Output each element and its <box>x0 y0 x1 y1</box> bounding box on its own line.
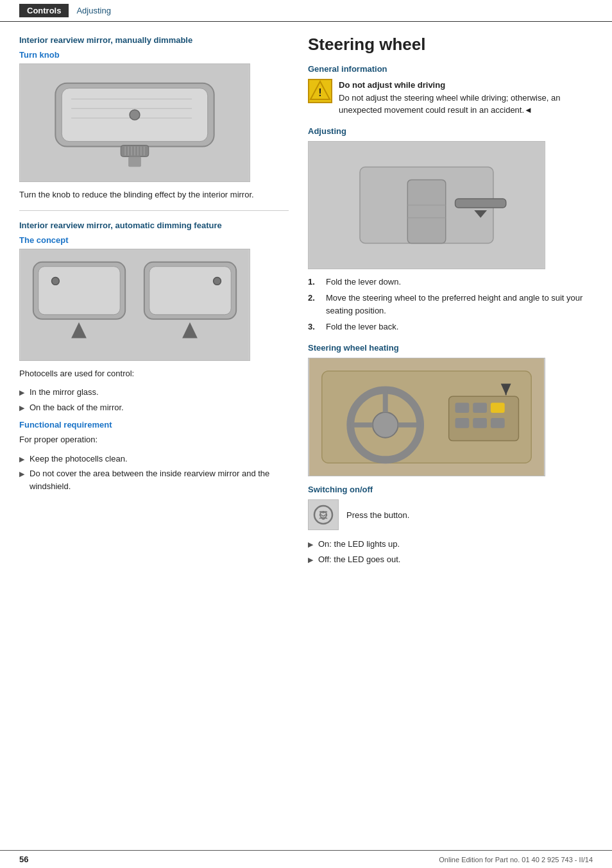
functional-title: Functional requirement <box>19 420 289 430</box>
bullet-back-mirror-text: On the back of the mirror. <box>30 401 124 414</box>
bullet-arrow-4: ▶ <box>19 469 24 480</box>
step-3: 3. Fold the lever back. <box>308 321 593 333</box>
step-3-num: 3. <box>308 321 319 333</box>
svg-rect-46 <box>473 418 487 428</box>
switch-intro: Press the button. <box>346 509 409 522</box>
left-column: Interior rearview mirror, manually dimma… <box>19 35 289 572</box>
general-info-title: General information <box>308 63 593 75</box>
step-2-text: Move the steering wheel to the preferred… <box>326 292 593 317</box>
bullet-on: ▶ On: the LED lights up. <box>308 538 593 551</box>
concept-bullets: ▶ In the mirror glass. ▶ On the back of … <box>19 386 289 413</box>
bullet-arrow-1: ▶ <box>19 387 24 398</box>
warning-title: Do not adjust while driving <box>339 79 593 92</box>
bullet-arrow-3: ▶ <box>19 454 24 465</box>
section-manually-dimmable: Interior rearview mirror, manually dimma… <box>19 35 289 201</box>
bullet-on-text: On: the LED lights up. <box>318 538 400 551</box>
svg-rect-42 <box>455 403 470 413</box>
turn-knob-title: Turn knob <box>19 50 289 60</box>
svg-rect-18 <box>38 267 121 315</box>
svg-point-37 <box>373 412 398 438</box>
svg-rect-29 <box>455 199 506 208</box>
bullet-mirror-glass-text: In the mirror glass. <box>30 386 99 399</box>
step-3-text: Fold the lever back. <box>326 321 398 333</box>
bullet-back-mirror: ▶ On the back of the mirror. <box>19 401 289 414</box>
warning-text-block: Do not adjust while driving Do not adjus… <box>339 79 593 117</box>
mirror-knob-image <box>19 63 250 182</box>
bullet-off-text: Off: the LED goes out. <box>318 553 400 566</box>
switch-bullets: ▶ On: the LED lights up. ▶ Off: the LED … <box>308 538 593 565</box>
bullet-off: ▶ Off: the LED goes out. <box>308 553 593 566</box>
step-2: 2. Move the steering wheel to the prefer… <box>308 292 593 317</box>
main-content: Interior rearview mirror, manually dimma… <box>0 22 612 585</box>
right-column: Steering wheel General information ! Do … <box>308 35 593 572</box>
header-controls: Controls <box>19 4 69 17</box>
heating-title: Steering wheel heating <box>308 342 593 354</box>
bullet-arrow-on: ▶ <box>308 539 313 550</box>
subsection-concept: The concept <box>19 235 289 414</box>
svg-text:!: ! <box>318 87 321 98</box>
header-adjusting: Adjusting <box>69 4 118 17</box>
step-1-text: Fold the lever down. <box>326 276 401 288</box>
functional-intro: For proper operation: <box>19 433 289 446</box>
page-header: Controls Adjusting <box>0 0 612 22</box>
bullet-arrow-off: ▶ <box>308 555 313 565</box>
adjusting-steps: 1. Fold the lever down. 2. Move the stee… <box>308 276 593 333</box>
bullet-keep-clean-text: Keep the photocells clean. <box>30 453 128 465</box>
switching-title: Switching on/off <box>308 484 593 496</box>
bullet-no-cover: ▶ Do not cover the area between the insi… <box>19 467 289 492</box>
step-1-num: 1. <box>308 276 319 288</box>
separator-1 <box>19 210 289 211</box>
section-auto-dimming-title: Interior rearview mirror, automatic dimm… <box>19 220 289 231</box>
steering-heating-image <box>308 358 545 476</box>
adjusting-title: Adjusting <box>308 126 593 137</box>
steering-adjust-image <box>308 141 545 269</box>
page-footer: 56 Online Edition for Part no. 01 40 2 9… <box>0 850 612 868</box>
functional-bullets: ▶ Keep the photocells clean. ▶ Do not co… <box>19 453 289 493</box>
svg-rect-43 <box>473 403 487 413</box>
svg-point-15 <box>130 110 140 120</box>
turn-knob-body: Turn the knob to reduce the blinding eff… <box>19 188 289 201</box>
svg-rect-44 <box>491 403 505 413</box>
page-number: 56 <box>19 855 28 864</box>
subsection-turn-knob: Turn knob <box>19 50 289 201</box>
step-2-num: 2. <box>308 292 319 305</box>
svg-rect-14 <box>128 157 141 167</box>
mirror-auto-image <box>19 249 250 361</box>
bullet-mirror-glass: ▶ In the mirror glass. <box>19 386 289 399</box>
svg-rect-31 <box>407 179 445 243</box>
bullet-keep-clean: ▶ Keep the photocells clean. <box>19 453 289 465</box>
switch-icon-block: Press the button. <box>308 499 593 530</box>
step-1: 1. Fold the lever down. <box>308 276 593 288</box>
bullet-no-cover-text: Do not cover the area between the inside… <box>30 467 289 492</box>
edition-text: Online Edition for Part no. 01 40 2 925 … <box>439 856 593 864</box>
bullet-arrow-2: ▶ <box>19 403 24 413</box>
section-heating: Steering wheel heating <box>308 342 593 476</box>
concept-title: The concept <box>19 235 289 245</box>
subsection-functional: Functional requirement For proper operat… <box>19 420 289 492</box>
warning-body: Do not adjust the steering wheel while d… <box>339 92 593 117</box>
svg-rect-22 <box>149 267 232 315</box>
steering-wheel-title: Steering wheel <box>308 35 593 54</box>
warning-block: ! Do not adjust while driving Do not adj… <box>308 79 593 117</box>
section-manually-dimmable-title: Interior rearview mirror, manually dimma… <box>19 35 289 46</box>
section-auto-dimming: Interior rearview mirror, automatic dimm… <box>19 220 289 493</box>
section-switching: Switching on/off Press the button. <box>308 484 593 565</box>
svg-rect-45 <box>455 418 470 428</box>
warning-icon: ! <box>308 79 332 103</box>
concept-intro: Photocells are used for control: <box>19 367 289 380</box>
section-general-info: General information ! Do not adjust whil… <box>308 63 593 117</box>
svg-point-19 <box>51 277 59 285</box>
section-adjusting: Adjusting <box>308 126 593 333</box>
svg-rect-47 <box>491 418 505 428</box>
svg-point-23 <box>214 277 221 285</box>
switch-button-icon <box>308 499 339 530</box>
